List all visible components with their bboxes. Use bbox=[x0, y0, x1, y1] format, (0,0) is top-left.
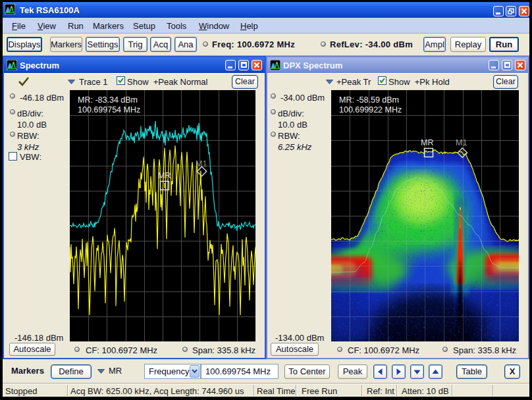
svg-text:MR: -58.59 dBm: MR: -58.59 dBm bbox=[339, 95, 399, 105]
svg-text:100.699922 MHz: 100.699922 MHz bbox=[339, 105, 402, 114]
svg-text:100.699754 MHz: 100.699754 MHz bbox=[78, 105, 140, 114]
svg-text:MR: MR bbox=[158, 171, 171, 180]
svg-text:MR: -83.34 dBm: MR: -83.34 dBm bbox=[78, 95, 138, 105]
svg-text:M1: M1 bbox=[456, 138, 467, 147]
svg-text:MR: MR bbox=[421, 138, 433, 147]
